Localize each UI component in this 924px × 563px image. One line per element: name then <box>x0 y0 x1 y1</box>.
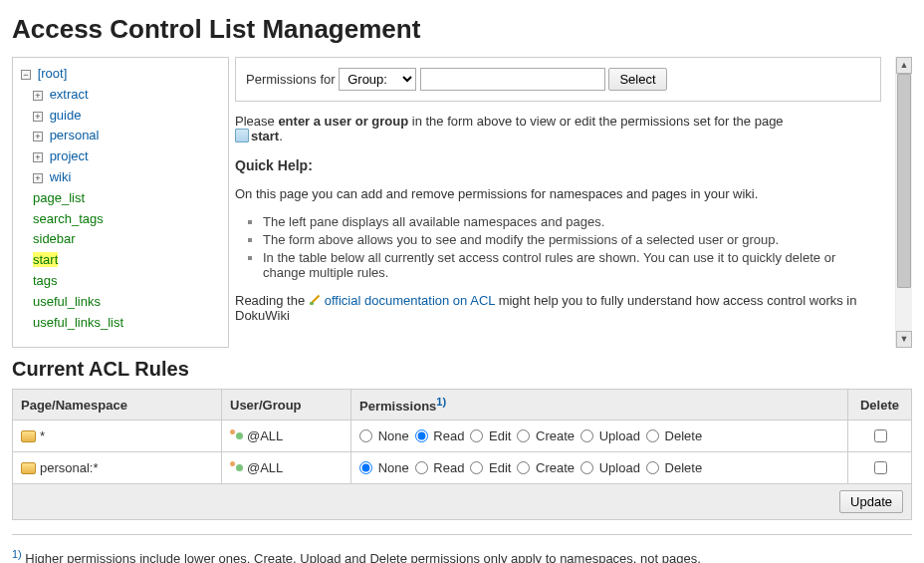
scope-select[interactable]: Group: <box>339 68 416 91</box>
tree-page[interactable]: start <box>33 252 58 267</box>
tree-root-link[interactable]: [root] <box>38 66 68 81</box>
expand-icon[interactable]: + <box>33 91 43 101</box>
tree-page[interactable]: useful_links <box>33 294 101 309</box>
tree-page[interactable]: search_tags <box>33 211 104 226</box>
perm-radio-edit[interactable] <box>470 461 483 474</box>
tree-namespace[interactable]: guide <box>50 108 82 123</box>
delete-checkbox[interactable] <box>874 461 887 474</box>
expand-icon[interactable]: + <box>33 112 43 122</box>
permissions-panel: Permissions for Group: Select Please ent… <box>235 57 895 348</box>
intro-text: Please enter a user or group in the form… <box>235 114 881 143</box>
col-user-header: User/Group <box>222 390 351 421</box>
tree-page[interactable]: sidebar <box>33 231 76 246</box>
namespace-icon <box>21 462 36 474</box>
perm-radio-delete[interactable] <box>646 461 659 474</box>
rule-page: personal:* <box>40 460 99 475</box>
scroll-thumb[interactable] <box>897 74 911 288</box>
quick-help-b1: The left pane displays all available nam… <box>263 214 881 229</box>
perm-radio-upload[interactable] <box>580 429 593 442</box>
perm-radio-edit[interactable] <box>470 429 483 442</box>
tree-namespace[interactable]: extract <box>50 87 89 102</box>
perm-radio-none[interactable] <box>359 429 372 442</box>
tree-page[interactable]: tags <box>33 273 58 288</box>
quick-help-b2: The form above allows you to see and mod… <box>263 232 881 247</box>
rules-heading: Current ACL Rules <box>12 358 912 381</box>
perm-label: Edit <box>489 428 511 443</box>
rule-user: @ALL <box>247 460 283 475</box>
col-delete-header: Delete <box>848 390 912 421</box>
table-row: personal:*@ALL None Read Edit Create Upl… <box>13 452 912 484</box>
perm-label: Upload <box>599 428 640 443</box>
acl-docs-link[interactable]: official documentation on ACL <box>325 293 495 308</box>
perm-radio-none[interactable] <box>359 461 372 474</box>
rule-page: * <box>40 428 45 443</box>
permissions-form: Permissions for Group: Select <box>235 57 881 102</box>
quick-help: Quick Help: On this page you can add and… <box>235 157 881 323</box>
tree-namespace[interactable]: personal <box>50 128 100 142</box>
perm-radio-create[interactable] <box>517 429 530 442</box>
tree-namespace[interactable]: project <box>50 148 89 163</box>
perm-label: None <box>378 460 409 475</box>
perm-label: Delete <box>665 460 703 475</box>
scroll-up-button[interactable]: ▲ <box>896 57 912 74</box>
collapse-icon[interactable]: − <box>21 70 31 80</box>
quick-help-reading: Reading the official documentation on AC… <box>235 293 881 323</box>
perm-label: Create <box>536 428 575 443</box>
perm-label: Read <box>433 460 464 475</box>
tree-page[interactable]: useful_links_list <box>33 315 123 330</box>
expand-icon[interactable]: + <box>33 152 43 162</box>
divider <box>12 534 912 535</box>
delete-checkbox[interactable] <box>874 429 887 442</box>
group-icon <box>230 461 244 474</box>
tree-page[interactable]: page_list <box>33 190 85 205</box>
update-button[interactable]: Update <box>839 490 903 513</box>
edit-icon <box>309 293 323 307</box>
quick-help-p1: On this page you can add and remove perm… <box>235 186 881 201</box>
namespace-icon <box>21 430 36 442</box>
footnote: 1) Higher permissions include lower ones… <box>12 548 912 563</box>
scrollbar[interactable]: ▲ ▼ <box>895 57 912 348</box>
tree-namespace[interactable]: wiki <box>50 169 72 184</box>
select-button[interactable]: Select <box>608 68 666 91</box>
permissions-for-label: Permissions for <box>246 72 336 87</box>
table-row: *@ALL None Read Edit Create Upload Delet… <box>13 421 912 452</box>
perm-radio-create[interactable] <box>517 461 530 474</box>
expand-icon[interactable]: + <box>33 132 43 141</box>
perm-label: Read <box>433 428 464 443</box>
namespace-tree: − [root]+ extract+ guide+ personal+ proj… <box>12 57 229 348</box>
perm-label: Delete <box>665 428 703 443</box>
perm-label: None <box>378 428 409 443</box>
perm-radio-read[interactable] <box>415 429 428 442</box>
rule-user: @ALL <box>247 428 283 443</box>
perm-label: Create <box>536 460 575 475</box>
scroll-track[interactable] <box>896 74 912 331</box>
page-icon <box>235 129 249 142</box>
group-icon <box>230 429 244 442</box>
perm-radio-delete[interactable] <box>646 429 659 442</box>
col-page-header: Page/Namespace <box>13 390 222 421</box>
principal-input[interactable] <box>420 68 605 91</box>
quick-help-heading: Quick Help: <box>235 157 881 173</box>
perm-label: Edit <box>489 460 511 475</box>
perm-footnote-ref[interactable]: 1) <box>436 396 446 408</box>
perm-label: Upload <box>599 460 640 475</box>
acl-rules-table: Page/Namespace User/Group Permissions1) … <box>12 389 912 520</box>
perm-radio-read[interactable] <box>415 461 428 474</box>
perm-radio-upload[interactable] <box>580 461 593 474</box>
quick-help-b3: In the table below all currently set acc… <box>263 250 881 280</box>
scroll-down-button[interactable]: ▼ <box>896 331 912 348</box>
col-perm-header: Permissions1) <box>351 390 848 421</box>
page-title: Access Control List Management <box>12 14 912 45</box>
expand-icon[interactable]: + <box>33 173 43 183</box>
